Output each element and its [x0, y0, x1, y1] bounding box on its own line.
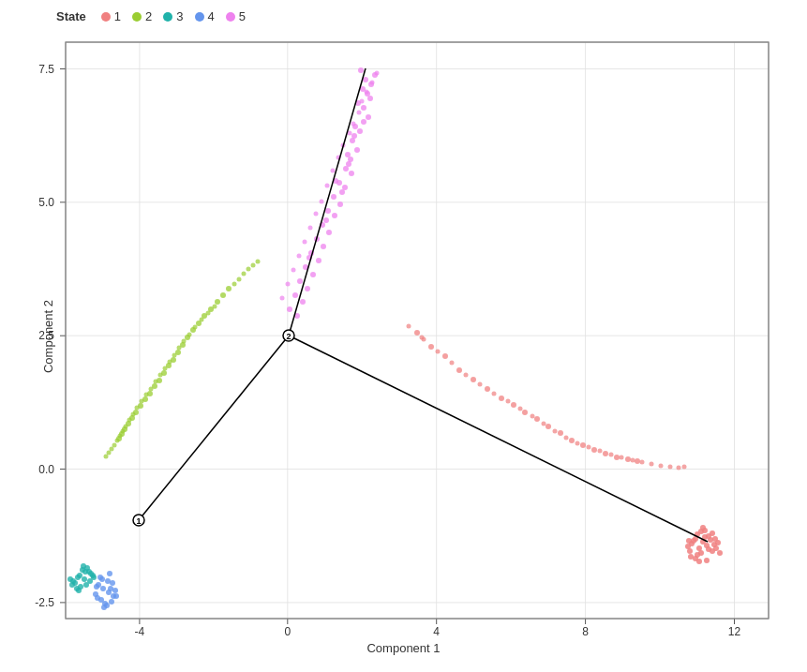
tick-label-x-8: 8	[582, 625, 589, 638]
svg-point-40	[323, 217, 329, 223]
svg-point-153	[110, 580, 115, 586]
svg-point-176	[603, 451, 608, 456]
svg-point-189	[542, 422, 546, 426]
svg-point-104	[140, 399, 144, 404]
svg-point-11	[354, 147, 360, 153]
svg-point-205	[685, 544, 691, 549]
svg-point-136	[87, 578, 93, 584]
svg-point-16	[342, 185, 348, 190]
svg-point-6	[361, 105, 366, 111]
svg-point-168	[511, 402, 516, 408]
svg-point-184	[478, 382, 483, 387]
tick-label-y-5: 5.0	[38, 196, 54, 209]
svg-point-58	[314, 212, 319, 217]
svg-point-217	[700, 525, 706, 530]
svg-point-232	[677, 466, 681, 470]
svg-point-160	[104, 603, 110, 608]
svg-point-94	[187, 333, 192, 337]
svg-point-61	[297, 254, 302, 259]
svg-point-1	[358, 67, 364, 73]
svg-point-51	[351, 122, 356, 127]
svg-point-219	[717, 550, 723, 556]
svg-point-151	[112, 588, 118, 593]
svg-point-224	[598, 449, 603, 454]
svg-point-47	[370, 81, 375, 85]
svg-point-112	[112, 443, 117, 448]
node-1-label: 1	[136, 516, 141, 526]
svg-point-173	[569, 438, 575, 443]
svg-point-183	[464, 373, 469, 378]
svg-point-96	[177, 346, 182, 351]
svg-point-110	[118, 434, 123, 439]
svg-point-226	[620, 455, 624, 460]
tick-label-x-0: 0	[284, 625, 291, 638]
svg-point-185	[492, 392, 497, 396]
svg-point-9	[357, 128, 363, 134]
svg-point-86	[215, 299, 220, 305]
svg-point-108	[124, 425, 128, 429]
svg-point-229	[650, 462, 654, 467]
svg-point-106	[131, 412, 136, 417]
svg-point-42	[292, 292, 298, 298]
svg-point-63	[286, 282, 291, 287]
svg-point-182	[450, 361, 455, 366]
tick-label-y-0: 0.0	[38, 463, 54, 476]
chart-svg: -4 0 4 8 12 7.5 5.0 2.5 0.0 -2.5	[0, 0, 807, 672]
svg-point-186	[506, 399, 511, 404]
svg-point-138	[76, 588, 82, 593]
svg-point-230	[659, 464, 664, 469]
svg-point-56	[325, 184, 330, 188]
svg-point-132	[67, 576, 73, 582]
svg-point-164	[456, 367, 462, 373]
svg-point-17	[331, 194, 336, 200]
svg-point-59	[308, 226, 313, 231]
svg-point-179	[635, 458, 640, 464]
svg-point-60	[303, 240, 307, 245]
svg-point-215	[710, 530, 715, 536]
svg-point-220	[704, 558, 710, 563]
svg-point-95	[182, 339, 187, 344]
svg-point-36	[367, 96, 373, 101]
svg-point-141	[100, 586, 106, 591]
svg-point-31	[316, 258, 321, 263]
chart-container: State 1 2 3 4 5 Component 2 Component 1	[0, 0, 807, 672]
svg-point-87	[220, 292, 226, 298]
svg-point-213	[713, 545, 719, 551]
tick-label-y-7.5: 7.5	[38, 63, 54, 76]
svg-point-35	[305, 286, 310, 291]
svg-point-99	[163, 366, 168, 371]
tick-label-y-neg2.5: -2.5	[35, 596, 54, 609]
svg-point-14	[349, 171, 354, 176]
svg-point-218	[686, 538, 692, 544]
svg-point-152	[95, 595, 100, 601]
svg-point-118	[247, 267, 251, 272]
svg-point-190	[553, 429, 558, 434]
svg-point-98	[168, 360, 172, 365]
tick-label-x-4: 4	[433, 625, 440, 638]
svg-point-175	[591, 447, 597, 453]
svg-point-46	[375, 71, 380, 76]
svg-point-117	[242, 272, 247, 276]
svg-point-161	[414, 330, 420, 336]
svg-point-97	[172, 353, 177, 358]
svg-point-93	[193, 325, 198, 330]
svg-point-102	[149, 387, 154, 392]
svg-point-119	[251, 263, 256, 268]
svg-point-221	[712, 536, 718, 542]
svg-point-170	[534, 416, 540, 422]
svg-point-34	[297, 278, 303, 284]
svg-point-111	[115, 439, 120, 443]
svg-point-29	[321, 244, 326, 249]
svg-point-18	[337, 202, 343, 207]
svg-point-225	[609, 453, 614, 457]
svg-point-64	[280, 296, 285, 301]
svg-point-62	[291, 268, 296, 273]
svg-point-88	[226, 286, 232, 291]
svg-point-137	[69, 582, 75, 588]
svg-point-155	[107, 571, 112, 576]
svg-point-158	[109, 599, 114, 605]
svg-point-191	[564, 436, 569, 441]
svg-point-48	[365, 90, 369, 95]
svg-point-23	[351, 133, 357, 139]
svg-point-188	[531, 414, 535, 419]
